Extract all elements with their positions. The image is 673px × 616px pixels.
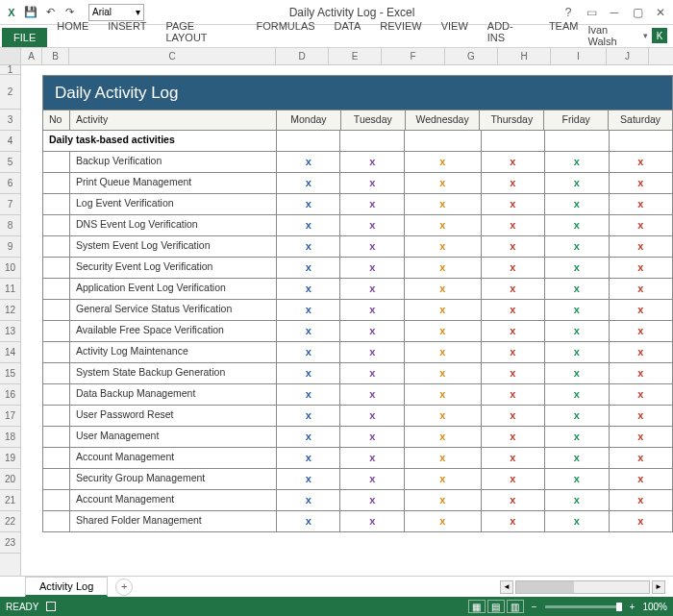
column-header-G[interactable]: G: [445, 48, 498, 64]
cell-day[interactable]: x: [340, 511, 404, 531]
cell-day[interactable]: x: [340, 469, 404, 489]
cell-day[interactable]: x: [405, 321, 482, 341]
cell-day[interactable]: x: [340, 173, 404, 193]
cell-activity[interactable]: Available Free Space Verification: [70, 321, 277, 341]
cell-day[interactable]: x: [277, 279, 340, 299]
cell-activity[interactable]: Backup Verification: [70, 152, 277, 172]
cell-no[interactable]: [43, 342, 70, 362]
cell-day[interactable]: x: [482, 363, 545, 383]
cell-day[interactable]: x: [482, 279, 545, 299]
cell-day[interactable]: x: [405, 236, 482, 257]
select-all-corner[interactable]: [0, 48, 21, 64]
minimize-icon[interactable]: ─: [606, 4, 623, 21]
cell-no[interactable]: [43, 236, 70, 257]
row-header-11[interactable]: 11: [0, 279, 20, 300]
cell-day[interactable]: x: [545, 300, 609, 320]
cell-day[interactable]: x: [482, 448, 545, 468]
cell-no[interactable]: [43, 427, 70, 447]
cell-day[interactable]: x: [405, 173, 482, 193]
cell-day[interactable]: x: [277, 321, 340, 341]
column-header-J[interactable]: J: [607, 48, 649, 64]
cell-day[interactable]: x: [610, 511, 672, 531]
cell-day[interactable]: x: [405, 406, 482, 426]
cell-day[interactable]: x: [610, 469, 672, 489]
cell-no[interactable]: [43, 215, 70, 235]
ribbon-tab-formulas[interactable]: FORMULAS: [246, 16, 324, 47]
row-header-14[interactable]: 14: [0, 342, 20, 363]
row-header-13[interactable]: 13: [0, 321, 20, 342]
file-tab[interactable]: FILE: [2, 28, 47, 47]
cell-no[interactable]: [43, 406, 70, 426]
cell-day[interactable]: x: [340, 342, 404, 362]
scroll-right-icon[interactable]: ►: [652, 580, 665, 594]
cell-day[interactable]: x: [277, 173, 340, 193]
cell-day[interactable]: x: [405, 300, 482, 320]
cell-day[interactable]: x: [610, 300, 672, 320]
cell-day[interactable]: x: [277, 427, 340, 447]
cell-day[interactable]: x: [277, 152, 340, 172]
cell-day[interactable]: x: [610, 279, 672, 299]
cell-no[interactable]: [43, 279, 70, 299]
cell-day[interactable]: x: [545, 279, 609, 299]
cell-activity[interactable]: Application Event Log Verification: [70, 279, 277, 299]
cell-no[interactable]: [43, 321, 70, 341]
page-break-view-icon[interactable]: ▥: [507, 600, 524, 613]
cell-activity[interactable]: Account Management: [70, 448, 277, 468]
cell-day[interactable]: x: [277, 490, 340, 510]
normal-view-icon[interactable]: ▦: [468, 600, 486, 613]
cell-day[interactable]: x: [545, 448, 609, 468]
cell-day[interactable]: x: [277, 215, 340, 235]
cell-day[interactable]: x: [277, 448, 340, 468]
cell-day[interactable]: x: [545, 511, 609, 531]
cell-day[interactable]: x: [545, 236, 609, 257]
ribbon-tab-team[interactable]: TEAM: [539, 16, 588, 47]
cell-day[interactable]: x: [482, 406, 545, 426]
horizontal-scrollbar[interactable]: ◄ ►: [500, 580, 673, 594]
cell-day[interactable]: x: [545, 406, 609, 426]
cell-day[interactable]: x: [482, 490, 545, 510]
cell-day[interactable]: x: [277, 363, 340, 383]
cell-day[interactable]: x: [610, 427, 672, 447]
cell-day[interactable]: x: [482, 194, 545, 214]
cell-day[interactable]: x: [340, 279, 404, 299]
excel-icon[interactable]: X: [4, 5, 19, 20]
cell-day[interactable]: x: [545, 258, 609, 278]
cell-day[interactable]: x: [405, 384, 482, 405]
cell-day[interactable]: x: [482, 258, 545, 278]
cell-activity[interactable]: Security Event Log Verification: [70, 258, 277, 278]
cell-activity[interactable]: General Service Status Verification: [70, 300, 277, 320]
ribbon-tab-add-ins[interactable]: ADD-INS: [478, 16, 539, 47]
ribbon-tab-data[interactable]: DATA: [325, 16, 371, 47]
add-sheet-button[interactable]: +: [115, 579, 133, 596]
cell-activity[interactable]: DNS Event Log Verification: [70, 215, 277, 235]
cell-day[interactable]: x: [545, 215, 609, 235]
cell-day[interactable]: x: [482, 236, 545, 257]
cell-activity[interactable]: User Password Reset: [70, 406, 277, 426]
row-header-10[interactable]: 10: [0, 258, 20, 279]
cell-day[interactable]: x: [405, 258, 482, 278]
row-header-16[interactable]: 16: [0, 384, 20, 406]
cell-day[interactable]: x: [405, 342, 482, 362]
cell-day[interactable]: x: [340, 384, 404, 405]
cell-day[interactable]: x: [277, 258, 340, 278]
row-header-4[interactable]: 4: [0, 131, 20, 152]
cell-no[interactable]: [43, 173, 70, 193]
cell-day[interactable]: x: [482, 215, 545, 235]
cell-day[interactable]: x: [277, 300, 340, 320]
cell-no[interactable]: [43, 300, 70, 320]
row-header-5[interactable]: 5: [0, 152, 20, 173]
cell-day[interactable]: x: [610, 215, 672, 235]
cell-activity[interactable]: Activity Log Maintenance: [70, 342, 277, 362]
cell-day[interactable]: x: [610, 406, 672, 426]
column-header-F[interactable]: F: [382, 48, 445, 64]
ribbon-tab-view[interactable]: VIEW: [432, 16, 478, 47]
zoom-out-button[interactable]: −: [532, 602, 537, 612]
cell-no[interactable]: [43, 152, 70, 172]
row-header-9[interactable]: 9: [0, 236, 20, 258]
worksheet-grid[interactable]: 1234567891011121314151617181920212223 Da…: [0, 65, 673, 576]
cell-day[interactable]: x: [610, 194, 672, 214]
cell-activity[interactable]: Print Queue Management: [70, 173, 277, 193]
cell-no[interactable]: [43, 363, 70, 383]
cell-day[interactable]: x: [340, 215, 404, 235]
cell-no[interactable]: [43, 258, 70, 278]
